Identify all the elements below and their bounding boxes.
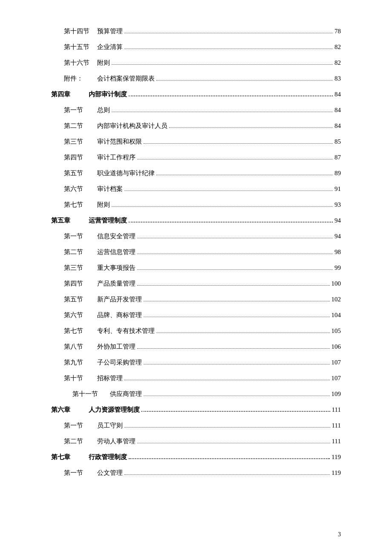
toc-title: 人力资源管理制度	[89, 404, 140, 416]
toc-label: 第三节	[64, 262, 94, 274]
toc-dots	[144, 317, 330, 317]
toc-page: 100	[331, 278, 341, 289]
toc-label: 附件：	[64, 73, 94, 84]
toc-dots	[112, 206, 333, 207]
toc-page: 106	[331, 341, 341, 353]
toc-label: 第一节	[64, 467, 94, 479]
toc-entry: 第六章人力资源管理制度111	[51, 404, 341, 416]
toc-title: 招标管理	[97, 373, 123, 384]
toc-entry: 第一节员工守则111	[51, 420, 341, 431]
toc-entry: 第三节审计范围和权限85	[51, 136, 341, 147]
toc-page: 84	[334, 89, 341, 100]
toc-dots	[156, 175, 333, 175]
toc-page: 107	[331, 373, 341, 384]
toc-title: 附则	[97, 57, 110, 69]
page: 第十四节预算管理78第十五节企业清算82第十六节附则82附件：会计档案保管期限表…	[0, 0, 392, 555]
toc-page: 111	[332, 404, 341, 416]
toc-title: 员工守则	[97, 420, 123, 431]
toc-page: 87	[334, 152, 341, 163]
toc-page: 94	[334, 215, 341, 226]
toc-label: 第十四节	[64, 26, 94, 37]
toc-page: 104	[331, 309, 341, 321]
toc-title: 内部审计制度	[89, 89, 127, 100]
toc-title: 附则	[97, 199, 110, 211]
toc-entry: 第一节信息安全管理94	[51, 231, 341, 242]
toc-dots	[169, 127, 333, 128]
toc-label: 第六节	[64, 309, 94, 321]
toc-dots	[144, 143, 333, 144]
toc-dots	[129, 222, 333, 223]
toc-title: 内部审计机构及审计人员	[97, 120, 167, 132]
toc-entry: 第二节运营信息管理98	[51, 246, 341, 258]
toc-page: 109	[331, 388, 341, 400]
toc-page: 119	[331, 467, 341, 479]
toc-dots	[124, 33, 333, 33]
toc-title: 供应商管理	[110, 388, 142, 400]
toc-dots	[124, 380, 330, 380]
toc-dots	[141, 411, 330, 412]
toc-label: 第七节	[64, 199, 94, 211]
toc-entry: 第十节招标管理107	[51, 373, 341, 384]
toc-entry: 附件：会计档案保管期限表83	[51, 73, 341, 84]
toc-dots	[144, 396, 330, 396]
toc-title: 公文管理	[97, 467, 123, 479]
toc-title: 运营信息管理	[97, 246, 135, 258]
toc-label: 第一节	[64, 231, 94, 242]
toc-page: 91	[334, 183, 341, 195]
toc-page: 99	[334, 262, 341, 274]
toc-label: 第六节	[64, 183, 94, 195]
toc-title: 审计工作程序	[97, 152, 135, 163]
toc-dots	[137, 159, 333, 159]
toc-title: 审计范围和权限	[97, 136, 142, 147]
toc-label: 第三节	[64, 136, 94, 147]
toc-entry: 第十六节附则82	[51, 57, 341, 69]
toc-label: 第十节	[64, 373, 94, 384]
toc-page: 85	[334, 136, 341, 147]
toc-entry: 第十一节供应商管理109	[51, 388, 341, 400]
toc-dots	[129, 458, 330, 459]
toc-entry: 第二节内部审计机构及审计人员84	[51, 120, 341, 132]
toc-entry: 第一节公文管理119	[51, 467, 341, 479]
toc-entry: 第五章运营管理制度94	[51, 215, 341, 226]
toc-label: 第五章	[51, 215, 85, 226]
toc-page: 89	[334, 168, 341, 179]
toc-title: 产品质量管理	[97, 278, 135, 289]
toc-title: 行政管理制度	[89, 451, 127, 463]
toc-entry: 第二节劳动人事管理111	[51, 436, 341, 447]
toc-title: 重大事项报告	[97, 262, 135, 274]
toc-title: 外协加工管理	[97, 341, 135, 353]
toc-label: 第一节	[64, 104, 94, 116]
toc-dots	[124, 427, 330, 428]
toc-dots	[124, 49, 333, 49]
toc-entry: 第四节审计工作程序87	[51, 152, 341, 163]
toc-dots	[137, 254, 333, 254]
toc-dots	[112, 112, 333, 112]
toc-page: 107	[331, 357, 341, 368]
page-number: 3	[338, 531, 341, 538]
toc-title: 子公司采购管理	[97, 357, 142, 368]
toc-dots	[156, 80, 333, 81]
toc-label: 第十一节	[72, 388, 107, 400]
toc-page: 102	[331, 294, 341, 305]
toc-label: 第七节	[64, 325, 94, 337]
toc-title: 总则	[97, 104, 110, 116]
toc-dots	[156, 332, 330, 333]
toc-entry: 第六节审计档案91	[51, 183, 341, 195]
toc-entry: 第五节职业道德与审计纪律89	[51, 168, 341, 179]
toc-page: 105	[331, 325, 341, 337]
toc-title: 企业清算	[97, 41, 123, 53]
toc-label: 第一节	[64, 420, 94, 431]
toc-dots	[129, 95, 333, 96]
toc-dots	[137, 348, 330, 349]
toc-label: 第九节	[64, 357, 94, 368]
toc-page: 84	[334, 120, 341, 132]
toc-label: 第四节	[64, 278, 94, 289]
toc-title: 新产品开发管理	[97, 294, 142, 305]
toc-entry: 第七章行政管理制度119	[51, 451, 341, 463]
toc-page: 93	[334, 199, 341, 211]
toc-title: 预算管理	[97, 26, 123, 37]
toc-entry: 第三节重大事项报告99	[51, 262, 341, 274]
toc-entry: 第五节新产品开发管理102	[51, 294, 341, 305]
toc-label: 第八节	[64, 341, 94, 353]
toc-page: 83	[334, 73, 341, 84]
